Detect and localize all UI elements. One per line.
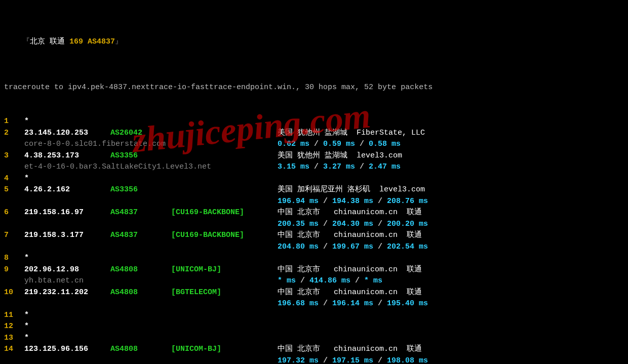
hop-hostname [24, 219, 278, 230]
hop-row: 1* [4, 116, 624, 128]
hop-row: 14123.125.96.156AS4808[UNICOM-BJ]中国 北京市 … [4, 344, 624, 355]
hop-ip: 219.158.16.97 [24, 207, 110, 219]
hop-number: 10 [4, 287, 24, 299]
hop-rtt-group: 204.80 ms / 199.67 ms / 202.54 ms [278, 241, 624, 253]
header-isp: 联通 [50, 37, 65, 46]
hop-timeout: * [24, 173, 110, 185]
hop-rtt: 0.62 ms [278, 140, 309, 148]
hop-row: 8* [4, 253, 624, 264]
hop-location: 美国 犹他州 盐湖城 level3.com [278, 150, 624, 162]
hop-ip: 219.158.3.177 [24, 230, 110, 241]
hop-row: 54.26.2.162AS3356美国 加利福尼亚州 洛杉矶 level3.co… [4, 184, 624, 196]
hop-rtt-group: 196.68 ms / 196.14 ms / 195.40 ms [278, 298, 624, 310]
hop-number: 2 [4, 128, 24, 139]
hop-rtt-group: 0.62 ms / 0.59 ms / 0.58 ms [278, 139, 624, 150]
hop-number: 13 [4, 333, 24, 344]
hop-timeout: * [24, 253, 110, 264]
hop-location: 中国 北京市 chinaunicom.cn 联通 [278, 344, 624, 355]
hop-number: 6 [4, 207, 24, 219]
hop-row: 4* [4, 173, 624, 185]
hop-rtt-group: 3.15 ms / 3.27 ms / 2.47 ms [278, 161, 624, 173]
hop-number: 9 [4, 264, 24, 276]
hop-number: 14 [4, 344, 24, 355]
hop-detail-row: 197.32 ms / 197.15 ms / 198.08 ms [4, 355, 624, 365]
hop-hostname [24, 298, 278, 310]
header-city: 北京 [30, 37, 45, 46]
hop-detail-row: 196.94 ms / 194.38 ms / 208.76 ms [4, 196, 624, 208]
hop-rtt: 3.27 ms [323, 163, 355, 171]
hop-number: 12 [4, 321, 24, 333]
hop-row: 6219.158.16.97AS4837[CU169-BACKBONE]中国 北… [4, 207, 624, 219]
hop-number: 4 [4, 173, 24, 185]
hop-ip: 202.96.12.98 [24, 264, 110, 276]
hop-number: 11 [4, 310, 24, 321]
hop-rtt-group: * ms / 414.86 ms / * ms [278, 275, 624, 287]
hop-asn: AS4837 [110, 230, 171, 241]
hop-rtt: 197.15 ms [332, 356, 373, 365]
hop-ip: 4.38.253.173 [24, 150, 110, 162]
traceroute-command: traceroute to ipv4.pek-4837.nexttrace-io… [4, 82, 624, 94]
hop-location: 中国 北京市 chinaunicom.cn 联通 [278, 287, 624, 299]
hop-rtt: * ms [364, 276, 382, 285]
hop-hostname [24, 241, 278, 253]
hop-number: 1 [4, 116, 24, 128]
hop-number: 7 [4, 230, 24, 241]
hop-rtt: 3.15 ms [278, 163, 309, 171]
hop-hostname [24, 196, 278, 208]
hop-rtt: 197.32 ms [278, 356, 319, 365]
hop-asn: AS3356 [110, 184, 171, 196]
hop-rtt-group: 196.94 ms / 194.38 ms / 208.76 ms [278, 196, 624, 208]
hop-row: 11* [4, 310, 624, 321]
header-tag: 169 AS4837 [69, 37, 115, 46]
hop-rtt: 196.94 ms [278, 197, 319, 206]
hop-rtt: 414.86 ms [309, 276, 350, 285]
hop-rtt: * ms [278, 276, 296, 285]
hop-nettag: [UNICOM-BJ] [171, 264, 278, 276]
hop-detail-row: 204.80 ms / 199.67 ms / 202.54 ms [4, 241, 624, 253]
hop-location: 美国 犹他州 盐湖城 FiberState, LLC [278, 128, 624, 139]
hop-asn: AS4808 [110, 287, 171, 299]
hop-detail-row: 196.68 ms / 196.14 ms / 195.40 ms [4, 298, 624, 310]
hop-asn: AS4808 [110, 264, 171, 276]
hop-rtt-group: 200.35 ms / 204.30 ms / 200.20 ms [278, 219, 624, 230]
hop-rtt: 200.20 ms [387, 220, 428, 228]
bracket-close: 』 [115, 37, 123, 46]
hop-row: 7219.158.3.177AS4837[CU169-BACKBONE]中国 北… [4, 230, 624, 241]
hop-rtt: 195.40 ms [387, 299, 428, 308]
hop-rtt: 196.68 ms [278, 299, 319, 308]
terminal-output: 『北京 联通 169 AS4837』 traceroute to ipv4.pe… [0, 0, 628, 364]
hop-location: 中国 北京市 chinaunicom.cn 联通 [278, 207, 624, 219]
hop-timeout: * [24, 116, 110, 128]
hop-rtt: 196.14 ms [332, 299, 373, 308]
hop-rtt: 204.80 ms [278, 242, 319, 251]
hop-location: 美国 加利福尼亚州 洛杉矶 level3.com [278, 184, 624, 196]
hop-ip: 4.26.2.162 [24, 184, 110, 196]
hop-hostname: yh.bta.net.cn [24, 275, 278, 287]
hop-ip: 219.232.11.202 [24, 287, 110, 299]
hop-row: 12* [4, 321, 624, 333]
hop-ip: 123.125.96.156 [24, 344, 110, 355]
hop-row: 9202.96.12.98AS4808[UNICOM-BJ]中国 北京市 chi… [4, 264, 624, 276]
hop-number: 5 [4, 184, 24, 196]
trace-header: 『北京 联通 169 AS4837』 [4, 25, 624, 59]
hop-location: 中国 北京市 chinaunicom.cn 联通 [278, 230, 624, 241]
hop-rtt-group: 197.32 ms / 197.15 ms / 198.08 ms [278, 355, 624, 365]
hop-number: 3 [4, 150, 24, 162]
hop-asn: AS4808 [110, 344, 171, 355]
hop-rtt: 208.76 ms [387, 197, 428, 206]
hop-detail-row: core-8-0-0.slc01.fiberstate.com0.62 ms /… [4, 139, 624, 150]
hop-location: 中国 北京市 chinaunicom.cn 联通 [278, 264, 624, 276]
hop-ip: 23.145.120.253 [24, 128, 110, 139]
hop-hostname [24, 355, 278, 365]
bracket-open: 『 [22, 37, 30, 46]
hops-container: 1*223.145.120.253AS26042美国 犹他州 盐湖城 Fiber… [4, 116, 624, 364]
hop-timeout: * [24, 310, 110, 321]
hop-rtt: 2.47 ms [369, 163, 401, 171]
hop-asn: AS4837 [110, 207, 171, 219]
hop-rtt: 0.59 ms [323, 140, 355, 148]
hop-hostname: et-4-0-16-0.bar3.SaltLakeCity1.Level3.ne… [24, 161, 278, 173]
hop-row: 223.145.120.253AS26042美国 犹他州 盐湖城 FiberSt… [4, 128, 624, 139]
hop-detail-row: 200.35 ms / 204.30 ms / 200.20 ms [4, 219, 624, 230]
hop-detail-row: et-4-0-16-0.bar3.SaltLakeCity1.Level3.ne… [4, 161, 624, 173]
hop-nettag: [CU169-BACKBONE] [171, 230, 278, 241]
